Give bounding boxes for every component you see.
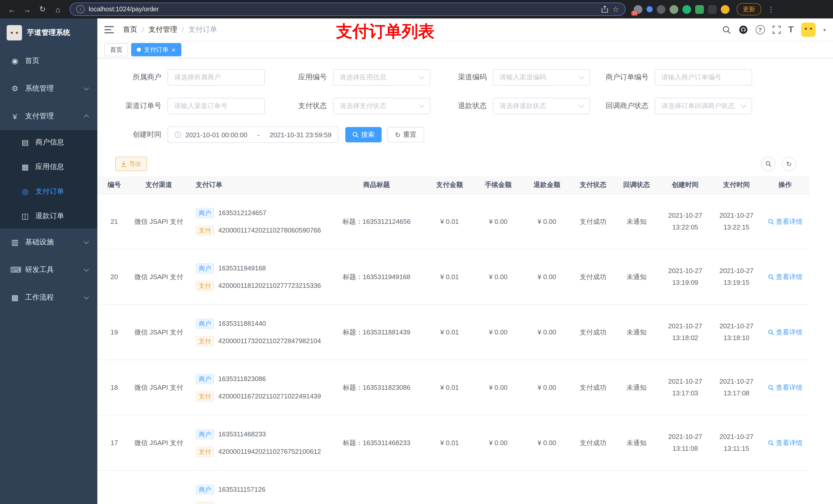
- browser-update-button[interactable]: 更新: [737, 3, 761, 15]
- view-detail-link[interactable]: 查看详情: [768, 272, 803, 282]
- pay-tag: 支付: [196, 502, 214, 504]
- notify-status-select[interactable]: 请选择订单回调商户状态: [655, 98, 752, 114]
- reload-icon[interactable]: ↻: [36, 5, 49, 14]
- merchant-order-no-input[interactable]: 请输入商户订单编号: [655, 69, 752, 86]
- channel-order-no-input[interactable]: 请输入渠道订单号: [168, 98, 265, 114]
- sidebar-item-pay-order[interactable]: ◎ 支付订单: [0, 179, 97, 204]
- forward-icon[interactable]: →: [21, 5, 34, 14]
- merchant-tag: 商户: [196, 484, 214, 495]
- sidebar-item-home[interactable]: ◉ 首页: [0, 47, 97, 75]
- tab-pay-order[interactable]: 支付订单 ×: [131, 43, 181, 56]
- sidebar-item-label: 支付订单: [35, 187, 64, 196]
- extension-icon[interactable]: [670, 5, 678, 14]
- reset-button[interactable]: ↻ 重置: [387, 127, 424, 142]
- app-logo[interactable]: 芋道管理系统: [0, 19, 97, 47]
- sidebar-item-system[interactable]: ⚙ 系统管理: [0, 75, 97, 102]
- merchant-tag: 商户: [196, 318, 214, 329]
- close-icon[interactable]: ×: [172, 46, 175, 53]
- sidebar-item-pay[interactable]: ¥ 支付管理: [0, 102, 97, 130]
- extension-icon[interactable]: [682, 5, 691, 14]
- table-header: 编号 支付渠道 支付订单 商品标题 支付金额 手续金额 退款金额 支付状态 回调…: [97, 176, 809, 194]
- collapse-menu-icon[interactable]: [104, 26, 114, 33]
- merchant-input[interactable]: 请选择所属商户: [168, 69, 265, 86]
- search-icon[interactable]: [722, 25, 731, 34]
- placeholder: 请选择订单回调商户状态: [661, 101, 741, 111]
- extension-icon[interactable]: [708, 5, 717, 14]
- cell-amount: ¥ 0.01: [425, 384, 474, 391]
- col-header: 回调状态: [615, 180, 658, 190]
- view-detail-link[interactable]: 查看详情: [768, 217, 803, 226]
- date-start[interactable]: 2021-10-01 00:00:00: [186, 131, 247, 139]
- sidebar-item-devtools[interactable]: ⌨ 研发工具: [0, 256, 97, 284]
- table-row-partial[interactable]: 商户1635311157126 支付: [97, 471, 809, 504]
- date-end[interactable]: 2021-10-31 23:59:59: [270, 131, 331, 139]
- breadcrumb-item[interactable]: 支付管理: [148, 25, 177, 34]
- cell-title: 标题：1635312124656: [328, 217, 425, 226]
- cell-pay-time: 2021-10-2713:17:08: [712, 377, 761, 398]
- profile-avatar[interactable]: [721, 5, 730, 14]
- filter-merchant-order-no: 商户订单编号 请输入商户订单编号: [587, 69, 752, 86]
- address-bar[interactable]: i localhost:1024/pay/order ☆: [70, 3, 625, 16]
- app-select[interactable]: 请选择应用信息: [333, 69, 430, 86]
- app-title: 芋道管理系统: [27, 28, 70, 38]
- bookmark-star-icon[interactable]: ☆: [613, 5, 619, 13]
- cell-refund: ¥ 0.00: [523, 273, 571, 281]
- cell-fee: ¥ 0.00: [474, 384, 523, 391]
- font-size-icon[interactable]: T: [788, 25, 793, 35]
- search-button[interactable]: 搜索: [345, 127, 382, 142]
- extension-icon[interactable]: [646, 6, 653, 12]
- sidebar-item-infra[interactable]: ▥ 基础设施: [0, 229, 97, 256]
- pay-status-select[interactable]: 请选择支付状态: [333, 98, 430, 114]
- table-row[interactable]: 21 微信 JSAPI 支付 商户1635312124657 支付4200001…: [97, 194, 809, 249]
- channel-code-select[interactable]: 请输入渠道编码: [493, 69, 590, 86]
- table-row[interactable]: 20 微信 JSAPI 支付 商户1635311949168 支付4200001…: [97, 249, 809, 305]
- url-text[interactable]: localhost:1024/pay/order: [89, 6, 598, 13]
- refresh-icon[interactable]: ↻: [782, 157, 796, 171]
- pay-order-no: 4200001174202110278060590766: [218, 226, 321, 234]
- table-row[interactable]: 17 微信 JSAPI 支付 商户1635311468233 支付4200001…: [97, 415, 809, 471]
- fullscreen-icon[interactable]: [772, 26, 781, 34]
- merchant-tag: 商户: [196, 263, 214, 273]
- table-row[interactable]: 19 微信 JSAPI 支付 商户1635311881440 支付4200001…: [97, 305, 809, 360]
- app-header: 首页 / 支付管理 / 支付订单 支付订单列表 ?: [97, 19, 833, 42]
- cell-pay-time: 2021-10-2713:22:15: [712, 211, 761, 232]
- site-info-icon[interactable]: i: [76, 5, 85, 13]
- back-icon[interactable]: ←: [5, 5, 19, 14]
- sidebar-menu: ◉ 首页 ⚙ 系统管理 ¥ 支付管理 ▤ 商户信息: [0, 47, 97, 311]
- view-detail-link[interactable]: 查看详情: [768, 328, 803, 337]
- github-icon[interactable]: [738, 25, 748, 34]
- home-icon[interactable]: ⌂: [51, 5, 65, 14]
- cell-pay-order: 商户1635312124657 支付4200001174202110278060…: [190, 208, 328, 235]
- date-range-picker[interactable]: 2021-10-01 00:00:00 - 2021-10-31 23:59:5…: [168, 126, 338, 143]
- browser-menu-icon[interactable]: ⋮: [767, 5, 775, 13]
- tab-home[interactable]: 首页: [104, 43, 128, 56]
- breadcrumb-item[interactable]: 首页: [123, 25, 137, 34]
- extension-badge: 10: [631, 10, 638, 16]
- help-icon[interactable]: ?: [755, 25, 765, 34]
- pay-tag: 支付: [196, 225, 214, 235]
- refund-status-select[interactable]: 请选择退款状态: [493, 98, 590, 114]
- toggle-search-icon[interactable]: [761, 157, 776, 171]
- extension-icon[interactable]: [657, 5, 665, 14]
- chevron-down-icon: [84, 294, 89, 299]
- sidebar-item-merchant-info[interactable]: ▤ 商户信息: [0, 130, 97, 155]
- chevron-down-icon[interactable]: ▾: [823, 27, 826, 32]
- yen-icon: ¥: [10, 112, 20, 121]
- extension-icon[interactable]: [695, 5, 704, 14]
- extension-icon[interactable]: 10: [634, 5, 642, 14]
- filter-channel-code: 渠道编码 请输入渠道编码: [425, 69, 590, 86]
- share-icon[interactable]: [602, 6, 609, 13]
- table-row[interactable]: 18 微信 JSAPI 支付 商户1635311823086 支付4200001…: [97, 360, 809, 415]
- cell-pay-time: 2021-10-2713:11:15: [712, 433, 761, 453]
- sidebar-item-app-info[interactable]: ▦ 应用信息: [0, 155, 97, 179]
- cell-title: 标题：1635311881439: [328, 328, 425, 337]
- export-button[interactable]: 导出: [115, 157, 147, 171]
- sidebar-item-workflow[interactable]: ▩ 工作流程: [0, 284, 97, 311]
- view-detail-link[interactable]: 查看详情: [768, 438, 803, 448]
- view-detail-label: 查看详情: [776, 438, 803, 448]
- sidebar-item-refund-order[interactable]: ◫ 退款订单: [0, 204, 97, 229]
- user-avatar[interactable]: [801, 23, 815, 37]
- view-detail-link[interactable]: 查看详情: [768, 383, 803, 392]
- chevron-down-icon: [419, 73, 425, 79]
- cell-title: 标题：1635311949168: [328, 272, 425, 282]
